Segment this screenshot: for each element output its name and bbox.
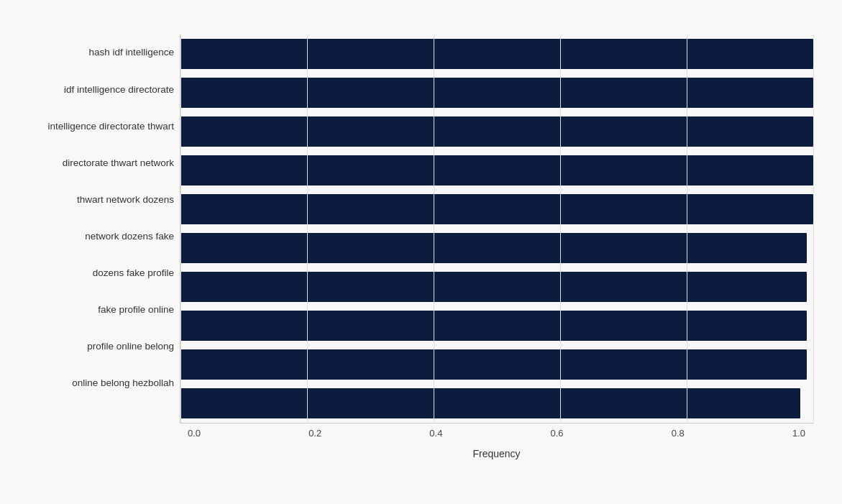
grid-line [434,35,434,423]
y-axis-label: fake profile online [14,292,174,329]
bar [180,388,800,418]
y-axis-label: hash idf intelligence [14,35,174,71]
x-tick: 0.2 [301,428,329,439]
bar-row [180,35,813,73]
y-axis: hash idf intelligenceidf intelligence di… [14,35,180,423]
chart-title [14,14,813,22]
y-axis-label: thwart network dozens [14,181,174,218]
y-axis-label: network dozens fake [14,218,174,255]
x-tick: 0.0 [180,428,209,439]
y-axis-label: intelligence directorate thwart [14,108,174,145]
bar-row [180,229,813,267]
bar-row [180,385,813,422]
bar-row [180,346,813,383]
bar-row [180,152,813,189]
bar-row [180,74,813,111]
bar-row [180,307,813,344]
bar-row [180,268,813,306]
grid-line [813,35,814,423]
x-axis-label: Frequency [180,448,813,459]
bar [180,233,807,263]
bar [180,349,807,380]
x-tick: 1.0 [784,428,813,439]
bar [180,39,813,69]
x-axis-container: 0.00.20.40.60.81.0Frequency [180,423,813,459]
grid-line [560,35,561,423]
y-axis-label: profile online belong [14,329,174,365]
bar-row [180,113,813,150]
bar [180,78,813,108]
chart-area: hash idf intelligenceidf intelligence di… [14,35,813,423]
x-tick: 0.6 [543,428,572,439]
bars-area [180,35,813,423]
y-axis-label: idf intelligence directorate [14,71,174,108]
bar [180,155,813,185]
bar [180,272,807,302]
bar-row [180,191,813,228]
y-axis-label: directorate thwart network [14,145,174,181]
x-tick: 0.8 [664,428,692,439]
bar [180,311,807,341]
y-axis-label: dozens fake profile [14,255,174,292]
y-axis-label: online belong hezbollah [14,365,174,402]
bar [180,116,813,147]
grid-line [180,35,181,423]
bar [180,194,813,224]
grid-line [307,35,308,423]
chart-container: hash idf intelligenceidf intelligence di… [0,0,842,504]
grid-line [687,35,687,423]
x-tick: 0.4 [421,428,450,439]
